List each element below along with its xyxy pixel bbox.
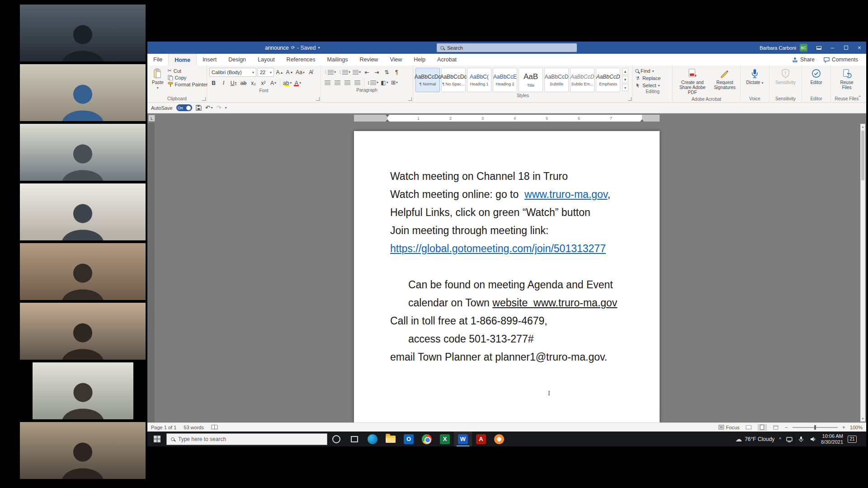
tab-layout[interactable]: Layout [252,54,281,66]
print-layout-button[interactable] [758,424,767,431]
microphone-tray-icon[interactable] [797,436,805,443]
strikethrough-button[interactable]: ab [239,79,248,87]
read-mode-button[interactable] [744,424,753,431]
tab-insert[interactable]: Insert [197,54,222,66]
undo-button[interactable]: ↶▾ [205,104,213,111]
clear-formatting-button[interactable]: A̸ [307,68,315,77]
select-button[interactable]: Select▾ [635,83,670,88]
close-button[interactable]: × [853,42,866,54]
acrobat-button[interactable]: A [472,432,490,446]
align-right-button[interactable] [343,78,352,87]
save-status[interactable]: - Saved [297,45,316,51]
video-tile-participant-8[interactable] [20,422,146,479]
numbering-button[interactable]: ⋮▾ [338,68,351,76]
scroll-down-icon[interactable]: ▼ [861,416,865,421]
user-avatar[interactable]: BC [800,44,807,52]
text-effects-button[interactable]: A▾ [269,79,278,87]
scroll-up-icon[interactable]: ▲ [861,124,865,129]
customize-qat-button[interactable]: ▾ [225,106,227,110]
multilevel-list-button[interactable]: ▾ [352,68,361,76]
first-line-indent-marker[interactable] [386,115,389,117]
reuse-files-button[interactable]: Reuse Files [833,67,860,91]
volume-icon[interactable] [809,436,816,443]
hyperlink[interactable]: https://global.gotomeeting.com/join/5013… [390,243,606,254]
change-case-button[interactable]: Aa▾ [295,68,305,77]
zoom-slider-thumb[interactable] [814,425,816,430]
align-center-button[interactable] [333,78,342,87]
word-button[interactable]: W [454,432,472,446]
zoom-out-button[interactable]: − [785,424,788,431]
save-status-dropdown-icon[interactable]: ▾ [318,46,320,50]
focus-mode-button[interactable]: Focus [718,425,740,430]
hanging-indent-marker[interactable] [386,119,389,122]
vertical-scrollbar[interactable]: ▲ ▼ [860,124,865,422]
file-explorer-button[interactable] [382,432,400,446]
tab-references[interactable]: References [281,54,321,66]
document-page[interactable]: Watch meeting on Channel 18 in TruroWatc… [354,131,660,422]
outlook-button[interactable]: O [400,432,418,446]
decrease-indent-button[interactable]: ⇤ [363,68,371,76]
request-signatures-button[interactable]: Request Signatures [712,67,738,91]
paste-button[interactable]: Paste ▾ [150,67,166,92]
shading-button[interactable]: ◧▾ [380,78,389,87]
highlight-color-button[interactable]: ab▾ [283,79,292,87]
word-count[interactable]: 53 words [184,425,204,430]
sensitivity-button[interactable]: Sensitivity [773,67,798,86]
tab-review[interactable]: Review [354,54,384,66]
styles-scroll-up-button[interactable]: ▲ [622,68,628,75]
share-button[interactable]: Share [788,56,818,63]
font-color-button[interactable]: A▾ [293,79,302,87]
clock[interactable]: 10:06 AM 8/30/2021 [821,433,843,445]
network-icon[interactable] [786,436,793,443]
user-name[interactable]: Barbara Carboni [760,45,796,51]
autosave-toggle[interactable]: On [176,104,192,111]
style-card-subtle-em-[interactable]: AaBbCcDSubtle Em... [570,68,594,92]
cortana-button[interactable] [327,432,345,446]
show-paragraph-marks-button[interactable]: ¶ [392,68,401,76]
video-tile-participant-2[interactable] [20,64,146,121]
save-button[interactable] [196,105,202,111]
replace-button[interactable]: Replace [635,75,670,81]
style-card-heading-1[interactable]: AaBbC(Heading 1 [467,68,491,92]
grow-font-button[interactable]: A▲ [275,68,284,77]
comments-button[interactable]: Comments [820,56,862,63]
borders-button[interactable]: ⊞▾ [390,78,399,87]
page-indicator[interactable]: Page 1 of 1 [151,425,176,430]
format-painter-button[interactable]: Format Painter [168,82,208,87]
zoom-level[interactable]: 100% [850,425,863,430]
ribbon-display-options-button[interactable] [812,42,826,54]
underline-button[interactable]: U▾ [229,79,238,87]
style-card-emphasis[interactable]: AaBbCcDEmphasis [596,68,620,92]
proofing-status-icon[interactable] [211,425,218,430]
font-dialog-launcher[interactable] [316,97,320,101]
style-card-subtitle[interactable]: AaBbCcDSubtitle [544,68,569,92]
tab-view[interactable]: View [384,54,408,66]
zoom-in-button[interactable]: + [842,424,845,431]
taskbar-search-box[interactable]: Type here to search [166,433,327,445]
copy-button[interactable]: Copy [168,75,208,80]
video-tile-participant-7[interactable] [33,362,133,419]
find-button[interactable]: Find▾ [635,68,670,74]
weather-widget[interactable]: ☁ 76°F Cloudy [735,435,774,443]
video-tile-participant-1[interactable] [20,5,146,61]
tab-design[interactable]: Design [222,54,252,66]
right-indent-marker[interactable] [640,119,644,122]
subscript-button[interactable]: x₂ [249,79,258,87]
scrollbar-thumb[interactable] [861,131,864,180]
sort-button[interactable]: ⇅ [382,68,391,76]
task-view-button[interactable] [345,432,363,446]
style-card-title[interactable]: AaBTitle [519,68,543,92]
bold-button[interactable]: B [209,79,218,87]
video-tile-participant-6[interactable] [20,303,146,360]
excel-button[interactable]: X [436,432,454,446]
video-tile-participant-5[interactable] [20,243,146,300]
superscript-button[interactable]: x² [259,79,268,87]
tab-acrobat[interactable]: Acrobat [431,54,462,66]
show-hidden-icons-button[interactable]: ^ [779,437,781,442]
web-layout-button[interactable] [771,424,780,431]
styles-more-button[interactable]: ▾ [622,84,628,91]
tab-mailings[interactable]: Mailings [321,54,354,66]
paragraph-dialog-launcher[interactable] [408,97,412,101]
style-card--normal[interactable]: AaBbCcDc¶ Normal [415,68,440,92]
clipboard-dialog-launcher[interactable] [202,97,206,101]
